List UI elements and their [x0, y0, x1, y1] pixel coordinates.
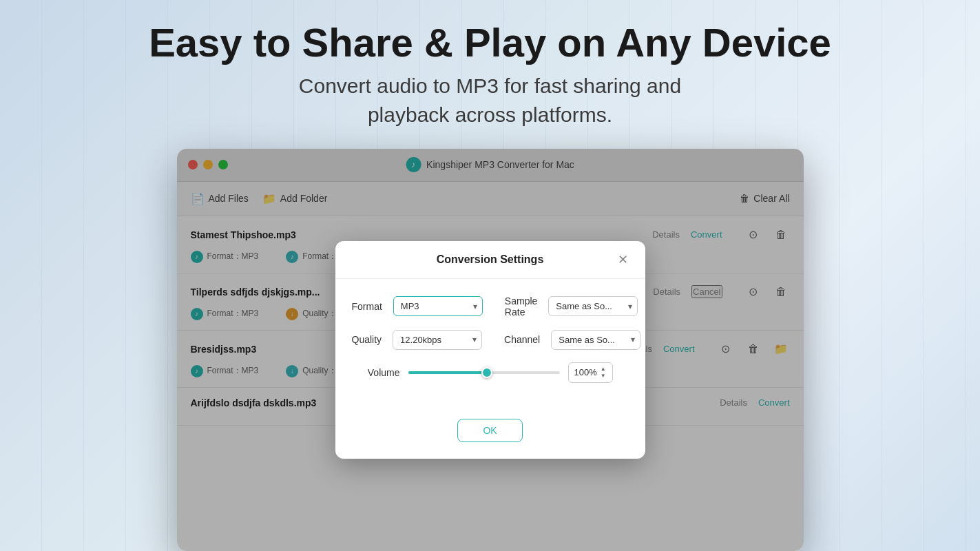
- modal-title: Conversion Settings: [352, 253, 629, 266]
- quality-label: Quality: [352, 334, 382, 345]
- ok-button[interactable]: OK: [457, 419, 522, 442]
- slider-track: [408, 371, 560, 374]
- volume-row: Volume 100% ▲ ▼: [352, 362, 629, 383]
- volume-value: 100% ▲ ▼: [568, 362, 613, 383]
- sample-rate-label: Sample Rate: [505, 295, 537, 318]
- modal-header: Conversion Settings ✕: [335, 241, 645, 279]
- quality-select-wrapper: 12.20kbps: [393, 330, 482, 350]
- format-select-wrapper: MP3: [393, 296, 483, 316]
- modal-overlay: Conversion Settings ✕ Format MP3 Sample …: [177, 149, 804, 551]
- volume-percentage: 100%: [574, 367, 597, 377]
- volume-label: Volume: [352, 367, 400, 378]
- quality-select[interactable]: 12.20kbps: [393, 330, 482, 350]
- volume-slider[interactable]: [408, 366, 560, 380]
- modal-footer: OK: [335, 412, 645, 459]
- volume-spinners: ▲ ▼: [600, 366, 607, 380]
- format-select[interactable]: MP3: [393, 296, 483, 316]
- sample-rate-select[interactable]: Same as So...: [548, 296, 638, 316]
- volume-up-button[interactable]: ▲: [600, 366, 607, 373]
- channel-select-wrapper: Same as So...: [551, 330, 640, 350]
- quality-row: Quality 12.20kbps Channel Same as So...: [352, 330, 629, 350]
- channel-select[interactable]: Same as So...: [551, 330, 640, 350]
- app-window: ♪ Kingshiper MP3 Converter for Mac 📄 Add…: [177, 149, 804, 551]
- format-row: Format MP3 Sample Rate Same as So...: [352, 295, 629, 318]
- page-title: Easy to Share & Play on Any Device: [149, 21, 831, 65]
- volume-down-button[interactable]: ▼: [600, 373, 607, 380]
- format-label: Format: [352, 301, 382, 312]
- page-subtitle: Convert audio to MP3 for fast sharing an…: [149, 72, 831, 129]
- slider-fill: [408, 371, 487, 374]
- header-section: Easy to Share & Play on Any Device Conve…: [149, 0, 831, 129]
- sample-rate-select-wrapper: Same as So...: [548, 296, 638, 316]
- modal-close-button[interactable]: ✕: [615, 251, 632, 268]
- slider-thumb[interactable]: [481, 367, 492, 378]
- modal-body: Format MP3 Sample Rate Same as So...: [335, 279, 645, 412]
- conversion-settings-modal: Conversion Settings ✕ Format MP3 Sample …: [335, 241, 645, 459]
- channel-label: Channel: [504, 334, 540, 345]
